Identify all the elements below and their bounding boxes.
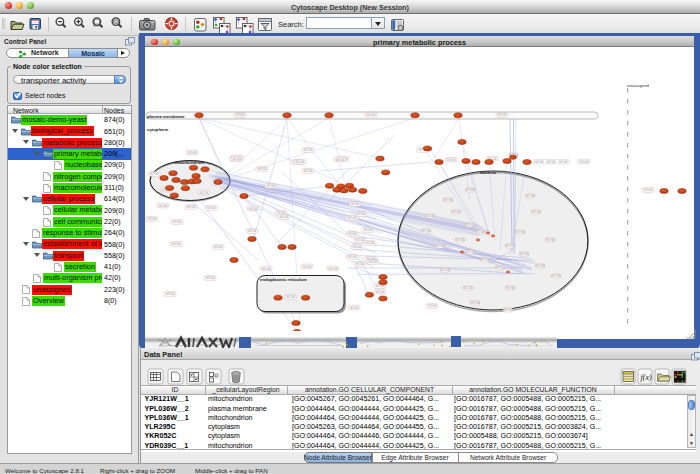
svg-text:GO:04: GO:04 [422, 229, 431, 233]
svg-text:GO:04: GO:04 [535, 160, 544, 164]
svg-text:GO:04: GO:04 [248, 229, 257, 233]
svg-text:GO:04: GO:04 [476, 230, 485, 234]
svg-text:unassigned: unassigned [627, 83, 650, 88]
svg-text:GO:04: GO:04 [466, 250, 475, 254]
svg-text:GO:04: GO:04 [187, 205, 196, 209]
svg-text:GO:04: GO:04 [526, 194, 535, 198]
svg-text:GO:04: GO:04 [329, 267, 338, 271]
svg-text:GO:04: GO:04 [452, 210, 461, 214]
svg-text:GO:04: GO:04 [207, 206, 216, 210]
svg-text:cytoplasm: cytoplasm [147, 127, 168, 132]
svg-text:GO:04: GO:04 [214, 245, 223, 249]
svg-text:GO:04: GO:04 [547, 160, 556, 164]
svg-text:GO:04: GO:04 [496, 266, 505, 270]
svg-text:GO:04: GO:04 [200, 191, 209, 195]
svg-text:GO:04: GO:04 [357, 212, 366, 216]
svg-text:GO:04: GO:04 [356, 238, 365, 242]
svg-text:GO:04: GO:04 [262, 267, 271, 271]
svg-text:GO:04: GO:04 [236, 113, 245, 117]
svg-text:GO:04: GO:04 [456, 238, 465, 242]
svg-text:GO:04: GO:04 [280, 215, 289, 219]
svg-text:GO:04: GO:04 [348, 255, 357, 259]
svg-text:GO:04: GO:04 [249, 207, 258, 211]
svg-text:GO:04: GO:04 [206, 276, 215, 280]
svg-text:GO:04: GO:04 [304, 148, 313, 152]
svg-text:GO:04: GO:04 [441, 268, 450, 272]
svg-text:nucleus: nucleus [480, 170, 497, 175]
svg-text:GO:04: GO:04 [336, 158, 345, 162]
svg-text:GO:04: GO:04 [172, 242, 181, 246]
svg-text:GO:04: GO:04 [552, 274, 561, 278]
svg-text:GO:04: GO:04 [376, 290, 385, 294]
svg-text:GO:04: GO:04 [296, 160, 305, 164]
svg-text:1:1: 1:1 [114, 20, 119, 24]
svg-text:GO:04: GO:04 [188, 151, 197, 155]
svg-text:GO:04: GO:04 [258, 167, 267, 171]
svg-text:GO:04: GO:04 [233, 157, 242, 161]
svg-text:GO:04: GO:04 [369, 260, 378, 264]
svg-text:mitochondrion: mitochondrion [174, 160, 204, 165]
svg-text:GO:04: GO:04 [351, 202, 360, 206]
svg-text:GO:04: GO:04 [532, 210, 541, 214]
svg-text:GO:04: GO:04 [506, 244, 515, 248]
svg-text:GO:04: GO:04 [536, 264, 545, 268]
svg-text:GO:04: GO:04 [516, 230, 525, 234]
svg-text:GO:04: GO:04 [350, 306, 359, 310]
svg-text:GO:04: GO:04 [504, 308, 513, 312]
svg-text:GO:04: GO:04 [559, 160, 568, 164]
svg-text:GO:04: GO:04 [471, 301, 480, 305]
svg-text:GO:04: GO:04 [644, 188, 653, 192]
svg-text:GO:04: GO:04 [150, 172, 159, 176]
svg-text:GO:04: GO:04 [166, 292, 175, 296]
svg-text:GO:04: GO:04 [444, 198, 453, 202]
svg-text:GO:04: GO:04 [498, 113, 507, 117]
svg-text:GO:04: GO:04 [267, 184, 276, 188]
svg-text:GO:04: GO:04 [364, 228, 373, 232]
svg-text:GO:04: GO:04 [481, 258, 490, 262]
svg-text:GO:04: GO:04 [173, 220, 182, 224]
svg-text:GO:04: GO:04 [348, 232, 357, 236]
svg-text:GO:04: GO:04 [520, 252, 529, 256]
svg-text:GO:04: GO:04 [286, 295, 295, 299]
svg-text:endoplasmic reticulum: endoplasmic reticulum [260, 277, 307, 282]
svg-text:GO:04: GO:04 [159, 204, 168, 208]
svg-text:GO:04: GO:04 [436, 244, 445, 248]
svg-text:GO:04: GO:04 [426, 214, 435, 218]
svg-text:GO:04: GO:04 [447, 158, 456, 162]
svg-text:GO:04: GO:04 [428, 304, 437, 308]
svg-text:GO:04: GO:04 [304, 169, 313, 173]
svg-text:GO:04: GO:04 [356, 262, 365, 266]
svg-text:GO:04: GO:04 [366, 241, 375, 245]
svg-text:GO:04: GO:04 [466, 188, 475, 192]
svg-text:GO:04: GO:04 [353, 245, 362, 249]
svg-text:GO:04: GO:04 [303, 265, 312, 269]
svg-text:GO:04: GO:04 [148, 217, 157, 221]
svg-text:GO:04: GO:04 [464, 286, 473, 290]
svg-text:GO:04: GO:04 [580, 160, 589, 164]
svg-text:plasma membrane: plasma membrane [147, 114, 185, 119]
svg-text:f(x): f(x) [641, 373, 652, 382]
svg-text:GO:04: GO:04 [546, 238, 555, 242]
svg-text:GO:04: GO:04 [367, 113, 376, 117]
svg-text:GO:04: GO:04 [506, 286, 515, 290]
svg-text:GO:04: GO:04 [466, 223, 475, 227]
svg-text:GO:04: GO:04 [348, 216, 357, 220]
